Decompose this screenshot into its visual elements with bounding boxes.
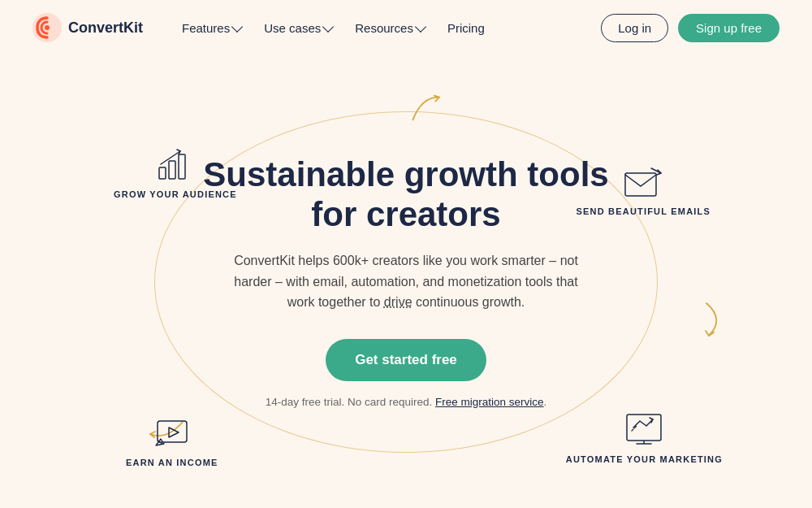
login-button[interactable]: Log in bbox=[601, 14, 668, 42]
nav-right: Log in Sign up free bbox=[601, 14, 780, 42]
feature-earn-income: EARN AN INCOME bbox=[126, 410, 218, 469]
nav-links: Features Use cases Resources Pricing bbox=[172, 15, 601, 41]
migration-link[interactable]: Free migration service bbox=[435, 396, 544, 408]
nav-resources[interactable]: Resources bbox=[345, 15, 434, 41]
signup-button[interactable]: Sign up free bbox=[678, 14, 780, 42]
logo-icon bbox=[32, 13, 62, 42]
trial-note: 14-day free trial. No card required. Fre… bbox=[203, 396, 609, 408]
hero-content: Sustainable growth tools for creators Co… bbox=[203, 155, 609, 407]
nav-features[interactable]: Features bbox=[172, 15, 251, 41]
brand-name: ConvertKit bbox=[68, 20, 143, 37]
svg-rect-6 bbox=[158, 421, 187, 442]
logo-link[interactable]: ConvertKit bbox=[32, 13, 143, 42]
hero-title: Sustainable growth tools for creators bbox=[203, 155, 609, 234]
chevron-down-icon bbox=[231, 20, 243, 32]
svg-rect-4 bbox=[179, 154, 185, 179]
navbar: ConvertKit Features Use cases Resources … bbox=[0, 0, 812, 55]
hero-section: GROW YOUR AUDIENCE SEND BEAUTIFUL EMAILS… bbox=[0, 55, 812, 508]
svg-rect-8 bbox=[627, 415, 661, 441]
earn-income-icon bbox=[151, 410, 193, 452]
nav-use-cases[interactable]: Use cases bbox=[254, 15, 342, 41]
feature-automate-marketing: AUTOMATE YOUR MARKETING bbox=[566, 410, 723, 466]
chevron-down-icon bbox=[322, 20, 334, 32]
send-emails-icon bbox=[622, 165, 664, 201]
get-started-button[interactable]: Get started free bbox=[326, 339, 486, 381]
svg-rect-5 bbox=[625, 173, 656, 196]
nav-pricing[interactable]: Pricing bbox=[438, 15, 495, 41]
arrow-right bbox=[702, 299, 727, 345]
grow-audience-icon bbox=[154, 145, 197, 184]
svg-rect-2 bbox=[159, 167, 166, 179]
automate-marketing-icon bbox=[620, 410, 667, 449]
chevron-down-icon bbox=[415, 20, 426, 32]
svg-point-1 bbox=[45, 25, 50, 30]
svg-rect-3 bbox=[169, 161, 175, 179]
hero-subtitle: ConvertKit helps 600k+ creators like you… bbox=[219, 250, 593, 313]
